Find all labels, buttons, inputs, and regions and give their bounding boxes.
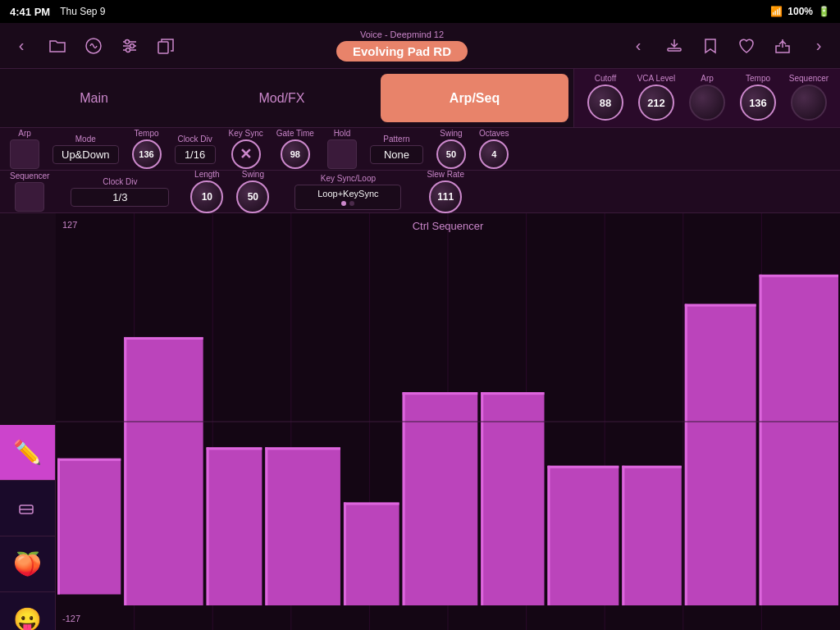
- sliders-icon[interactable]: [118, 34, 141, 57]
- quick-knob-arp[interactable]: Arp: [682, 74, 732, 122]
- nav-next-button[interactable]: ›: [807, 34, 830, 57]
- svg-rect-8: [668, 48, 681, 51]
- vca-label: VCA Level: [637, 74, 676, 83]
- tempo-knob[interactable]: 136: [132, 139, 162, 169]
- eraser-tool[interactable]: [0, 481, 55, 536]
- seq-canvas[interactable]: [56, 213, 840, 630]
- length-label: Length: [194, 170, 220, 179]
- folder-icon[interactable]: [46, 34, 69, 57]
- svg-point-6: [126, 48, 130, 52]
- seq-keysync-value[interactable]: Loop+KeySync: [294, 185, 401, 210]
- seq-clock-value[interactable]: 1/3: [71, 188, 169, 207]
- seq-swing-knob[interactable]: 50: [236, 180, 269, 213]
- nav-heart-icon[interactable]: [735, 34, 758, 57]
- status-date: Thu Sep 9: [60, 6, 105, 17]
- seq-keysync-label: Key Sync/Loop: [321, 174, 376, 183]
- grid-bottom-label: -127: [62, 614, 80, 623]
- arp-keysync-item: Key Sync ✕: [229, 129, 263, 169]
- seq-toggle-button[interactable]: [15, 182, 44, 212]
- nav-download-icon[interactable]: [663, 34, 686, 57]
- tab-modfx[interactable]: Mod/FX: [188, 69, 376, 127]
- seq-toggle-item: Sequencer: [10, 171, 49, 212]
- wifi-icon: 📶: [770, 6, 783, 17]
- battery-icon: 🔋: [818, 6, 830, 17]
- svg-rect-7: [158, 42, 168, 53]
- arp-octaves-item: Octaves 4: [479, 129, 509, 169]
- quick-knob-cutoff[interactable]: Cutoff 88: [581, 74, 630, 122]
- length-knob[interactable]: 10: [190, 180, 223, 213]
- pattern-label: Pattern: [383, 135, 409, 144]
- seq-quick-knob[interactable]: [791, 84, 827, 121]
- vca-knob[interactable]: 212: [638, 84, 674, 121]
- nav-bookmark-icon[interactable]: [699, 34, 722, 57]
- status-bar: 4:41 PM Thu Sep 9 📶 100% 🔋: [0, 0, 840, 23]
- arp-clock-div-item: Clock Div 1/16: [175, 135, 216, 164]
- octaves-label: Octaves: [479, 129, 509, 138]
- arp-gate-item: Gate Time 98: [276, 129, 314, 169]
- key-sync-label: Key Sync: [229, 129, 263, 138]
- seq-swing-label: Swing: [242, 170, 264, 179]
- peach-tool[interactable]: 🍑: [0, 536, 55, 592]
- clock-div-label: Clock Div: [177, 135, 212, 144]
- quick-knob-tempo[interactable]: Tempo 136: [733, 74, 783, 122]
- tab-main[interactable]: Main: [0, 69, 188, 127]
- swing-knob[interactable]: 50: [436, 139, 466, 169]
- quick-knob-sequencer[interactable]: Sequencer: [784, 74, 833, 122]
- nav-title[interactable]: Evolving Pad RD: [336, 41, 468, 62]
- status-time: 4:41 PM: [10, 6, 50, 18]
- sequencer-grid[interactable]: 127 -127 Ctrl Sequencer: [56, 213, 840, 630]
- quick-knobs-area: Cutoff 88 VCA Level 212 Arp Tempo 136 Se…: [573, 69, 840, 127]
- nav-center: Voice - Deepmind 12 Evolving Pad RD: [336, 30, 468, 62]
- seq-clock-label: Clock Div: [103, 177, 137, 186]
- back-button[interactable]: ‹: [10, 34, 33, 57]
- grid-top-label: 127: [62, 220, 77, 230]
- copy-icon[interactable]: [154, 34, 177, 57]
- seq-length-item: Length 10: [190, 170, 223, 213]
- seq-label: Sequencer: [10, 171, 49, 180]
- gate-knob[interactable]: 98: [281, 139, 310, 169]
- arp-quick-knob[interactable]: [689, 84, 725, 121]
- octaves-knob[interactable]: 4: [479, 139, 509, 169]
- hold-toggle[interactable]: [327, 139, 357, 169]
- tabs-area: Main Mod/FX Arp/Seq: [0, 69, 573, 127]
- left-toolbar: ✏️ 🍑 😛 ⏩: [0, 425, 56, 630]
- seq-keysync-item: Key Sync/Loop Loop+KeySync: [282, 174, 413, 210]
- slew-knob[interactable]: 111: [429, 180, 462, 213]
- emoji-tool[interactable]: 😛: [0, 592, 55, 630]
- quick-knob-vca[interactable]: VCA Level 212: [632, 74, 681, 122]
- hold-label: Hold: [334, 129, 351, 138]
- tab-arpseq[interactable]: Arp/Seq: [381, 74, 568, 122]
- nav-share-icon[interactable]: [771, 34, 794, 57]
- pencil-tool[interactable]: ✏️: [0, 425, 55, 481]
- nav-prev-button[interactable]: ‹: [627, 34, 650, 57]
- dot-1: [341, 201, 346, 206]
- arp-toggle-item: Arp: [10, 129, 39, 169]
- cutoff-knob[interactable]: 88: [587, 84, 623, 121]
- pattern-value[interactable]: None: [370, 145, 423, 164]
- arp-swing-item: Swing 50: [436, 129, 466, 169]
- arp-tempo-item: Tempo 136: [132, 129, 162, 169]
- svg-point-5: [130, 43, 135, 48]
- arp-hold-item: Hold: [327, 129, 357, 169]
- slew-label: Slew Rate: [427, 170, 464, 179]
- waveform-icon[interactable]: [82, 34, 105, 57]
- seq-slew-item: Slew Rate 111: [427, 170, 464, 213]
- seq-row: Sequencer Clock Div 1/3 Length 10 Swing …: [0, 171, 840, 213]
- tempo-label: Tempo: [135, 129, 159, 138]
- arp-toggle-button[interactable]: [10, 139, 39, 169]
- seq-quick-label: Sequencer: [789, 74, 829, 83]
- key-sync-button[interactable]: ✕: [231, 139, 261, 169]
- top-nav: ‹: [0, 23, 840, 69]
- arp-quick-label: Arp: [701, 74, 714, 83]
- arp-mode-item: Mode Up&Down: [52, 135, 119, 164]
- swing-label: Swing: [440, 129, 462, 138]
- svg-point-4: [126, 39, 130, 43]
- cutoff-label: Cutoff: [595, 74, 617, 83]
- clock-div-value[interactable]: 1/16: [175, 145, 216, 164]
- arp-pattern-item: Pattern None: [370, 135, 423, 164]
- mode-value[interactable]: Up&Down: [52, 145, 119, 164]
- gate-label: Gate Time: [276, 129, 314, 138]
- seq-swing-item: Swing 50: [236, 170, 269, 213]
- tempo-quick-knob[interactable]: 136: [740, 84, 776, 121]
- mode-label: Mode: [75, 135, 96, 144]
